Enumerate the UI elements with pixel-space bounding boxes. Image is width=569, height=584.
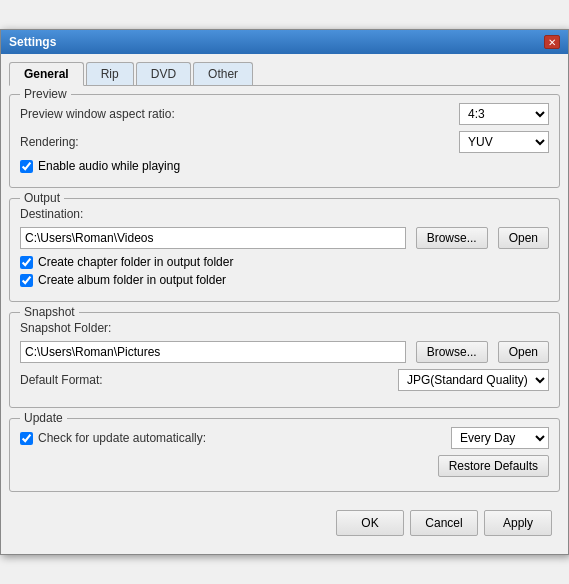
destination-label-row: Destination: [20,207,549,221]
tab-bar: General Rip DVD Other [9,62,560,86]
update-group: Update Check for update automatically: E… [9,418,560,492]
preview-group-label: Preview [20,87,71,101]
close-button[interactable]: ✕ [544,35,560,49]
bottom-bar: OK Cancel Apply [9,502,560,546]
rendering-select[interactable]: YUV RGB [459,131,549,153]
output-browse-button[interactable]: Browse... [416,227,488,249]
snapshot-folder-path-row: Browse... Open [20,341,549,363]
rendering-label: Rendering: [20,135,79,149]
apply-button[interactable]: Apply [484,510,552,536]
update-group-label: Update [20,411,67,425]
aspect-ratio-row: Preview window aspect ratio: 4:3 16:9 Or… [20,103,549,125]
audio-checkbox-row: Enable audio while playing [20,159,549,173]
snapshot-folder-label-row: Snapshot Folder: [20,321,549,335]
album-checkbox-label: Create album folder in output folder [38,273,226,287]
rendering-row: Rendering: YUV RGB [20,131,549,153]
format-row: Default Format: JPG(Standard Quality) PN… [20,369,549,391]
tab-other[interactable]: Other [193,62,253,85]
chapter-checkbox-label: Create chapter folder in output folder [38,255,233,269]
audio-checkbox-label: Enable audio while playing [38,159,180,173]
tab-general[interactable]: General [9,62,84,86]
tab-dvd[interactable]: DVD [136,62,191,85]
preview-group: Preview Preview window aspect ratio: 4:3… [9,94,560,188]
format-label: Default Format: [20,373,103,387]
cancel-button[interactable]: Cancel [410,510,478,536]
aspect-ratio-label: Preview window aspect ratio: [20,107,175,121]
snapshot-group: Snapshot Snapshot Folder: Browse... Open… [9,312,560,408]
output-group: Output Destination: Browse... Open Creat… [9,198,560,302]
chapter-checkbox-row: Create chapter folder in output folder [20,255,549,269]
audio-checkbox[interactable] [20,160,33,173]
window-title: Settings [9,35,56,49]
snapshot-group-label: Snapshot [20,305,79,319]
destination-label: Destination: [20,207,83,221]
output-open-button[interactable]: Open [498,227,549,249]
title-bar: Settings ✕ [1,30,568,54]
output-group-label: Output [20,191,64,205]
snapshot-browse-button[interactable]: Browse... [416,341,488,363]
window-body: General Rip DVD Other Preview Preview wi… [1,54,568,554]
aspect-ratio-select[interactable]: 4:3 16:9 Original [459,103,549,125]
tab-rip[interactable]: Rip [86,62,134,85]
ok-button[interactable]: OK [336,510,404,536]
snapshot-path-input[interactable] [20,341,406,363]
update-check-label: Check for update automatically: [38,431,206,445]
snapshot-open-button[interactable]: Open [498,341,549,363]
album-checkbox-row: Create album folder in output folder [20,273,549,287]
chapter-checkbox[interactable] [20,256,33,269]
settings-window: Settings ✕ General Rip DVD Other Preview… [0,29,569,555]
update-check-row: Check for update automatically: Every Da… [20,427,549,449]
destination-path-input[interactable] [20,227,406,249]
update-check-checkbox[interactable] [20,432,33,445]
format-select[interactable]: JPG(Standard Quality) PNG(Lossless) BMP [398,369,549,391]
snapshot-folder-label: Snapshot Folder: [20,321,111,335]
restore-defaults-button[interactable]: Restore Defaults [438,455,549,477]
restore-row: Restore Defaults [20,455,549,477]
update-frequency-select[interactable]: Every Day Every Week Every Month Never [451,427,549,449]
album-checkbox[interactable] [20,274,33,287]
destination-path-row: Browse... Open [20,227,549,249]
